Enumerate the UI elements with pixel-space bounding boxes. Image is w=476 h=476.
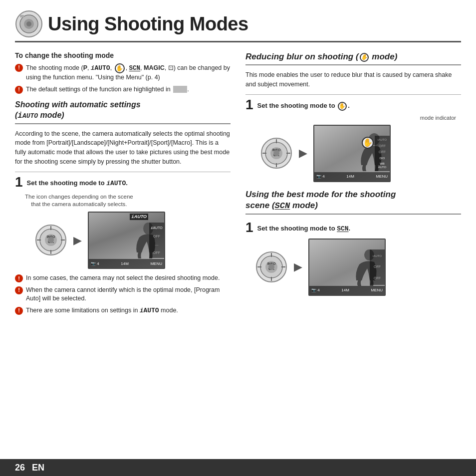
screen-bottom-res-blur: 14M	[346, 174, 354, 179]
scn-divider	[245, 214, 461, 215]
camera-screen-scn: Scene Mode ✋ SCN MAGIC	[308, 238, 386, 296]
footnote-2: ! When the camera cannot identify which …	[15, 286, 231, 303]
camera-dial-scn: INFO OK	[255, 251, 288, 283]
camera-dial-iauto: INFO OK	[35, 224, 67, 256]
screen-bottom-res-scn: 14M	[341, 288, 349, 292]
screen-bottom-blur: 📷 4 14M MENU	[314, 172, 390, 181]
screen-bottom-menu: MENU	[150, 261, 162, 266]
blur-body: This mode enables the user to reduce blu…	[245, 70, 461, 89]
highlight-box	[173, 86, 187, 93]
iauto-section: Shooting with automatic settings(iAUTO m…	[15, 100, 231, 269]
scn-step1-text: Set the shooting mode to SCN.	[257, 222, 351, 233]
page-number: 26	[10, 459, 30, 476]
page-lang: EN	[32, 463, 44, 473]
iauto-screen-badge: iAUTO	[130, 214, 148, 220]
iauto-section-header: Shooting with automatic settings(iAUTO m…	[15, 100, 231, 121]
footnote-icon-3: !	[15, 307, 23, 315]
screen-bottom-cam-blur: 📷 4	[316, 174, 325, 179]
bullet-icon-1: !	[15, 64, 23, 72]
blur-step1-text: Set the shooting mode to ✋.	[257, 99, 350, 111]
camera-icon	[15, 10, 43, 38]
scn-section: Using the best mode for the shootingscen…	[245, 189, 461, 296]
left-column: To change the shooting mode ! The shooti…	[15, 51, 231, 449]
change-mode-header: To change the shooting mode	[15, 51, 231, 59]
arrow-right-scn: ▶	[294, 260, 302, 273]
screen-bottom-iauto: 📷 4 14M MENU	[89, 259, 164, 268]
svg-point-3	[26, 21, 31, 26]
iauto-step1-label: Set the shooting mode to	[27, 179, 105, 187]
blur-camera-row: INFO OK ▶ ✋	[260, 125, 461, 182]
iauto-caption: The icon changes depending on the scene …	[25, 193, 133, 208]
blur-step1-row: 1 Set the shooting mode to ✋.	[245, 94, 461, 112]
blur-section: Reducing blur on shooting (✋ mode) This …	[245, 51, 461, 182]
camera-dial-blur: INFO OK	[260, 137, 293, 170]
screen-bottom-menu-blur: MENU	[376, 174, 388, 179]
page-footer: 26 EN	[0, 459, 476, 476]
iauto-camera-row: INFO OK ▶ iAUTO	[35, 212, 231, 269]
arrow-right-iauto: ▶	[73, 234, 82, 247]
svg-point-32	[268, 264, 274, 270]
footnote-text-1: In some cases, the camera may not select…	[26, 274, 220, 283]
two-columns: To change the shooting mode ! The shooti…	[15, 51, 461, 449]
footnote-icon-2: !	[15, 286, 23, 294]
svg-rect-4	[20, 15, 24, 17]
scn-camera-row: INFO OK ▶ Scene Mode ✋	[255, 238, 461, 296]
bullet-text-2: The default settings of the function are…	[26, 85, 189, 94]
screen-bottom-menu-scn: MENU	[371, 288, 383, 292]
scn-step1-label: Set the shooting mode to	[257, 225, 335, 232]
iauto-diagram: The icon changes depending on the scene …	[25, 193, 231, 208]
screen-bottom-res: 14M	[121, 261, 129, 266]
iauto-divider	[15, 123, 231, 124]
screen-bottom-cam: 📷 4	[91, 261, 99, 266]
footnote-text-2: When the camera cannot identify which is…	[26, 286, 231, 303]
title-row: Using Shooting Modes	[15, 10, 461, 42]
scn-section-header: Using the best mode for the shootingscen…	[245, 189, 461, 212]
hand-screen-badge: ✋	[362, 137, 374, 149]
scn-step1-row: 1 Set the shooting mode to SCN.	[245, 220, 461, 235]
iauto-step1-num: 1	[15, 175, 23, 189]
blur-diagram-wrapper: mode indicator INFO OK	[250, 115, 461, 182]
screen-bottom-scn: 📷 4 14M MENU	[309, 286, 385, 295]
iauto-step1-text: Set the shooting mode to iAUTO.	[27, 176, 128, 187]
footnote-text-3: There are some limitations on settings i…	[26, 306, 178, 316]
change-mode-section: To change the shooting mode ! The shooti…	[15, 51, 231, 94]
camera-screen-blur: ✋ iAUTO OFF	[313, 125, 391, 182]
bullet-text-1: The shooting mode (P, iAUTO, ✋, SCN, MAG…	[26, 63, 231, 82]
blur-section-header: Reducing blur on shooting (✋ mode)	[245, 51, 461, 62]
footnote-icon-1: !	[15, 274, 23, 282]
iauto-body: According to the scene, the camera autom…	[15, 129, 231, 167]
screen-bottom-cam-scn: 📷 4	[311, 288, 320, 292]
right-column: Reducing blur on shooting (✋ mode) This …	[245, 51, 461, 449]
page-title: Using Shooting Modes	[48, 13, 248, 35]
camera-screen-iauto: iAUTO iAUTO OFF	[88, 212, 165, 269]
bullet-icon-2: !	[15, 86, 23, 94]
bullet-item-2: ! The default settings of the function a…	[15, 85, 231, 94]
page-content: Using Shooting Modes To change the shoot…	[0, 0, 476, 459]
blur-divider	[245, 64, 461, 65]
footnote-1: ! In some cases, the camera may not sele…	[15, 274, 231, 283]
iauto-step1-row: 1 Set the shooting mode to iAUTO.	[15, 172, 231, 189]
screen-right-panel-blur: iAUTO OFF OFF DIO WBAUTO	[375, 136, 390, 171]
blur-step1-num: 1	[245, 98, 253, 112]
screen-right-panel-iauto: iAUTO OFF — OFF	[149, 223, 164, 258]
iauto-caption-wrapper: The icon changes depending on the scene …	[25, 193, 133, 208]
footnotes-section: ! In some cases, the camera may not sele…	[15, 274, 231, 315]
screen-right-panel-scn: iAUTO OFF OFF	[370, 249, 385, 285]
svg-point-21	[273, 150, 279, 156]
iauto-caption-line2: that the camera automatically selects.	[31, 201, 127, 207]
iauto-caption-line1: The icon changes depending on the scene	[25, 194, 133, 200]
bullet-item-1: ! The shooting mode (P, iAUTO, ✋, SCN, M…	[15, 63, 231, 82]
footnote-3: ! There are some limitations on settings…	[15, 306, 231, 316]
svg-point-10	[48, 237, 54, 243]
scn-step1-num: 1	[245, 221, 253, 235]
blur-step1-label: Set the shooting mode to	[257, 102, 335, 109]
mode-indicator-label: mode indicator	[250, 115, 461, 121]
arrow-right-blur: ▶	[299, 147, 307, 160]
